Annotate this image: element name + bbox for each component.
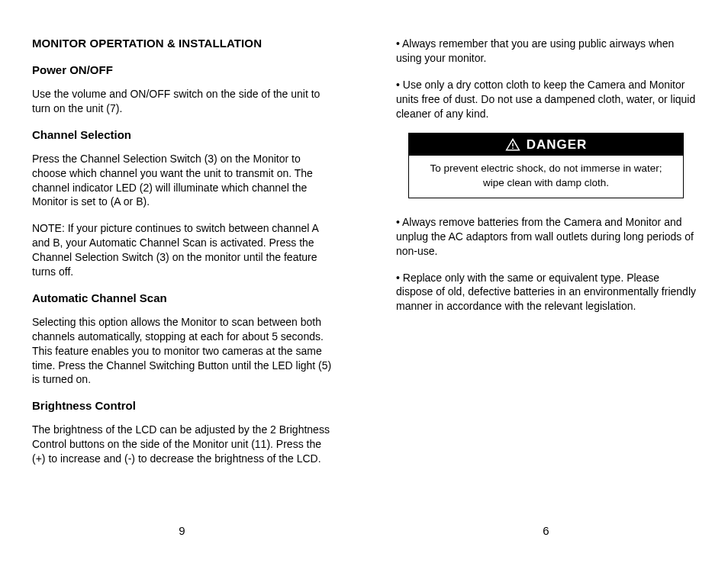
section-heading: Channel Selection bbox=[32, 128, 332, 141]
bullet-paragraph: • Always remove batteries from the Camer… bbox=[396, 215, 696, 259]
bullet-paragraph: • Replace only with the same or equivale… bbox=[396, 271, 696, 314]
section-heading: Automatic Channel Scan bbox=[32, 291, 332, 304]
main-heading: MONITOR OPERTATION & INSTALLATION bbox=[32, 37, 332, 50]
bullet-paragraph: • Use only a dry cotton cloth to keep th… bbox=[396, 78, 696, 121]
bullet-paragraph: • Always remember that you are using pub… bbox=[396, 37, 696, 66]
svg-point-1 bbox=[512, 148, 514, 150]
danger-box: DANGER To prevent electric shock, do not… bbox=[408, 133, 685, 198]
paragraph: The brightness of the LCD can be adjuste… bbox=[32, 423, 332, 466]
page-number-right: 6 bbox=[396, 524, 696, 540]
danger-header: DANGER bbox=[409, 134, 684, 156]
danger-body: To prevent electric shock, do not immers… bbox=[409, 156, 684, 197]
paragraph: Use the volume and ON/OFF switch on the … bbox=[32, 87, 332, 116]
page-right-content: • Always remember that you are using pub… bbox=[396, 37, 696, 524]
page-left: MONITOR OPERTATION & INSTALLATION Power … bbox=[0, 0, 364, 563]
section-heading: Brightness Control bbox=[32, 399, 332, 412]
warning-triangle-icon bbox=[505, 137, 520, 153]
paragraph: NOTE: If your picture continues to switc… bbox=[32, 221, 332, 279]
page-right: • Always remember that you are using pub… bbox=[364, 0, 728, 563]
page-number-left: 9 bbox=[32, 524, 332, 540]
page-left-content: MONITOR OPERTATION & INSTALLATION Power … bbox=[32, 37, 332, 524]
danger-label: DANGER bbox=[527, 137, 588, 153]
paragraph: Press the Channel Selection Switch (3) o… bbox=[32, 152, 332, 210]
section-heading: Power ON/OFF bbox=[32, 63, 332, 76]
paragraph: Selecting this option allows the Monitor… bbox=[32, 315, 332, 387]
